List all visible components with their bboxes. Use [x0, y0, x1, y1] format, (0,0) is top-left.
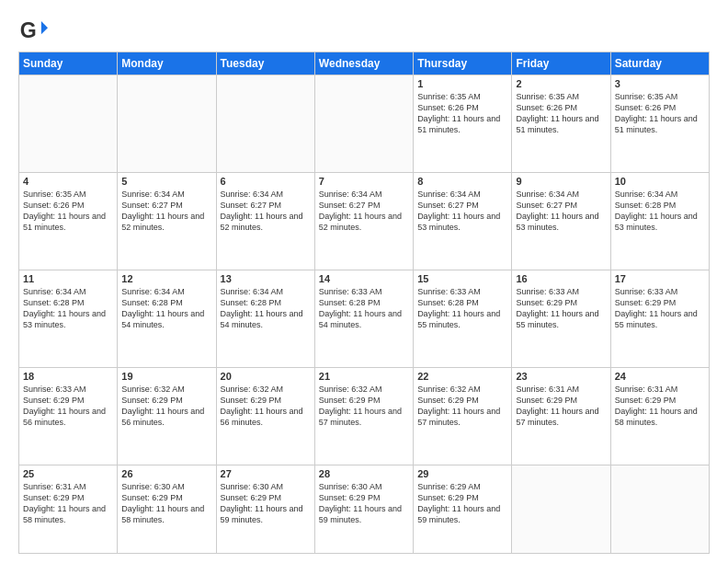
day-info: Sunrise: 6:34 AM Sunset: 6:28 PM Dayligh…: [23, 286, 113, 331]
calendar-cell: 26Sunrise: 6:30 AM Sunset: 6:29 PM Dayli…: [118, 465, 216, 553]
day-info: Sunrise: 6:32 AM Sunset: 6:29 PM Dayligh…: [319, 384, 409, 429]
day-number: 22: [417, 371, 507, 382]
calendar-cell: 23Sunrise: 6:31 AM Sunset: 6:29 PM Dayli…: [512, 367, 610, 465]
calendar-cell: 1Sunrise: 6:35 AM Sunset: 6:26 PM Daylig…: [414, 75, 512, 173]
day-info: Sunrise: 6:30 AM Sunset: 6:29 PM Dayligh…: [221, 481, 311, 526]
day-info: Sunrise: 6:34 AM Sunset: 6:27 PM Dayligh…: [121, 189, 211, 234]
calendar-cell: 11Sunrise: 6:34 AM Sunset: 6:28 PM Dayli…: [19, 270, 118, 367]
calendar-table: SundayMondayTuesdayWednesdayThursdayFrid…: [18, 52, 710, 554]
day-number: 21: [319, 371, 409, 382]
calendar-cell: 13Sunrise: 6:34 AM Sunset: 6:28 PM Dayli…: [216, 270, 314, 367]
calendar-cell: [19, 75, 118, 173]
weekday-header-thursday: Thursday: [414, 52, 512, 75]
day-number: 11: [23, 273, 113, 284]
calendar-cell: [118, 75, 216, 173]
day-info: Sunrise: 6:33 AM Sunset: 6:28 PM Dayligh…: [319, 286, 409, 331]
day-info: Sunrise: 6:35 AM Sunset: 6:26 PM Dayligh…: [615, 91, 705, 136]
day-info: Sunrise: 6:33 AM Sunset: 6:29 PM Dayligh…: [615, 286, 705, 331]
calendar-cell: 21Sunrise: 6:32 AM Sunset: 6:29 PM Dayli…: [314, 367, 413, 465]
day-number: 20: [221, 371, 311, 382]
calendar-cell: 24Sunrise: 6:31 AM Sunset: 6:29 PM Dayli…: [610, 367, 709, 465]
calendar-cell: [314, 75, 413, 173]
day-info: Sunrise: 6:35 AM Sunset: 6:26 PM Dayligh…: [516, 91, 606, 136]
day-info: Sunrise: 6:31 AM Sunset: 6:29 PM Dayligh…: [23, 481, 113, 526]
day-info: Sunrise: 6:33 AM Sunset: 6:29 PM Dayligh…: [516, 286, 606, 331]
calendar-cell: 2Sunrise: 6:35 AM Sunset: 6:26 PM Daylig…: [512, 75, 610, 173]
week-row-4: 25Sunrise: 6:31 AM Sunset: 6:29 PM Dayli…: [19, 465, 710, 553]
day-number: 26: [121, 468, 211, 479]
day-number: 1: [417, 78, 507, 89]
calendar-cell: 6Sunrise: 6:34 AM Sunset: 6:27 PM Daylig…: [216, 172, 314, 270]
day-number: 14: [319, 273, 409, 284]
calendar-cell: 19Sunrise: 6:32 AM Sunset: 6:29 PM Dayli…: [118, 367, 216, 465]
weekday-header-sunday: Sunday: [19, 52, 118, 75]
day-number: 16: [516, 273, 606, 284]
weekday-header-saturday: Saturday: [610, 52, 709, 75]
day-info: Sunrise: 6:35 AM Sunset: 6:26 PM Dayligh…: [417, 91, 507, 136]
day-info: Sunrise: 6:29 AM Sunset: 6:29 PM Dayligh…: [417, 481, 507, 526]
calendar-cell: 4Sunrise: 6:35 AM Sunset: 6:26 PM Daylig…: [19, 172, 118, 270]
weekday-header-tuesday: Tuesday: [216, 52, 314, 75]
weekday-header-row: SundayMondayTuesdayWednesdayThursdayFrid…: [19, 52, 710, 75]
svg-marker-1: [41, 21, 48, 34]
week-row-1: 4Sunrise: 6:35 AM Sunset: 6:26 PM Daylig…: [19, 172, 710, 270]
day-info: Sunrise: 6:34 AM Sunset: 6:27 PM Dayligh…: [516, 189, 606, 234]
day-number: 25: [23, 468, 113, 479]
day-number: 6: [221, 176, 311, 187]
day-number: 19: [121, 371, 211, 382]
calendar-cell: 9Sunrise: 6:34 AM Sunset: 6:27 PM Daylig…: [512, 172, 610, 270]
day-info: Sunrise: 6:34 AM Sunset: 6:27 PM Dayligh…: [221, 189, 311, 234]
day-number: 2: [516, 78, 606, 89]
calendar-cell: 16Sunrise: 6:33 AM Sunset: 6:29 PM Dayli…: [512, 270, 610, 367]
day-info: Sunrise: 6:34 AM Sunset: 6:28 PM Dayligh…: [221, 286, 311, 331]
day-number: 12: [121, 273, 211, 284]
logo-icon: G: [18, 15, 48, 44]
calendar-cell: 18Sunrise: 6:33 AM Sunset: 6:29 PM Dayli…: [19, 367, 118, 465]
day-number: 28: [319, 468, 409, 479]
day-info: Sunrise: 6:32 AM Sunset: 6:29 PM Dayligh…: [221, 384, 311, 429]
calendar-cell: 20Sunrise: 6:32 AM Sunset: 6:29 PM Dayli…: [216, 367, 314, 465]
week-row-3: 18Sunrise: 6:33 AM Sunset: 6:29 PM Dayli…: [19, 367, 710, 465]
day-number: 24: [615, 371, 705, 382]
day-number: 27: [221, 468, 311, 479]
day-number: 9: [516, 176, 606, 187]
day-info: Sunrise: 6:31 AM Sunset: 6:29 PM Dayligh…: [615, 384, 705, 429]
day-number: 3: [615, 78, 705, 89]
day-number: 5: [121, 176, 211, 187]
day-number: 15: [417, 273, 507, 284]
week-row-0: 1Sunrise: 6:35 AM Sunset: 6:26 PM Daylig…: [19, 75, 710, 173]
calendar-cell: 25Sunrise: 6:31 AM Sunset: 6:29 PM Dayli…: [19, 465, 118, 553]
day-info: Sunrise: 6:34 AM Sunset: 6:27 PM Dayligh…: [319, 189, 409, 234]
header: G: [18, 15, 710, 44]
day-info: Sunrise: 6:34 AM Sunset: 6:28 PM Dayligh…: [615, 189, 705, 234]
week-row-2: 11Sunrise: 6:34 AM Sunset: 6:28 PM Dayli…: [19, 270, 710, 367]
calendar-cell: 28Sunrise: 6:30 AM Sunset: 6:29 PM Dayli…: [314, 465, 413, 553]
calendar-cell: 10Sunrise: 6:34 AM Sunset: 6:28 PM Dayli…: [610, 172, 709, 270]
day-info: Sunrise: 6:30 AM Sunset: 6:29 PM Dayligh…: [121, 481, 211, 526]
day-number: 8: [417, 176, 507, 187]
weekday-header-monday: Monday: [118, 52, 216, 75]
calendar-cell: 5Sunrise: 6:34 AM Sunset: 6:27 PM Daylig…: [118, 172, 216, 270]
weekday-header-wednesday: Wednesday: [314, 52, 413, 75]
calendar-cell: 7Sunrise: 6:34 AM Sunset: 6:27 PM Daylig…: [314, 172, 413, 270]
svg-text:G: G: [20, 18, 37, 42]
page: G SundayMondayTuesdayWednesdayThursdayFr…: [0, 0, 728, 563]
day-info: Sunrise: 6:34 AM Sunset: 6:28 PM Dayligh…: [121, 286, 211, 331]
calendar-cell: 15Sunrise: 6:33 AM Sunset: 6:28 PM Dayli…: [414, 270, 512, 367]
day-number: 17: [615, 273, 705, 284]
logo: G: [18, 15, 51, 44]
calendar-cell: 3Sunrise: 6:35 AM Sunset: 6:26 PM Daylig…: [610, 75, 709, 173]
day-number: 18: [23, 371, 113, 382]
day-number: 23: [516, 371, 606, 382]
calendar-cell: 27Sunrise: 6:30 AM Sunset: 6:29 PM Dayli…: [216, 465, 314, 553]
day-info: Sunrise: 6:33 AM Sunset: 6:29 PM Dayligh…: [23, 384, 113, 429]
calendar-cell: 12Sunrise: 6:34 AM Sunset: 6:28 PM Dayli…: [118, 270, 216, 367]
day-info: Sunrise: 6:33 AM Sunset: 6:28 PM Dayligh…: [417, 286, 507, 331]
day-info: Sunrise: 6:34 AM Sunset: 6:27 PM Dayligh…: [417, 189, 507, 234]
calendar-cell: [216, 75, 314, 173]
day-info: Sunrise: 6:35 AM Sunset: 6:26 PM Dayligh…: [23, 189, 113, 234]
calendar-cell: 8Sunrise: 6:34 AM Sunset: 6:27 PM Daylig…: [414, 172, 512, 270]
day-number: 7: [319, 176, 409, 187]
day-info: Sunrise: 6:32 AM Sunset: 6:29 PM Dayligh…: [121, 384, 211, 429]
day-number: 4: [23, 176, 113, 187]
